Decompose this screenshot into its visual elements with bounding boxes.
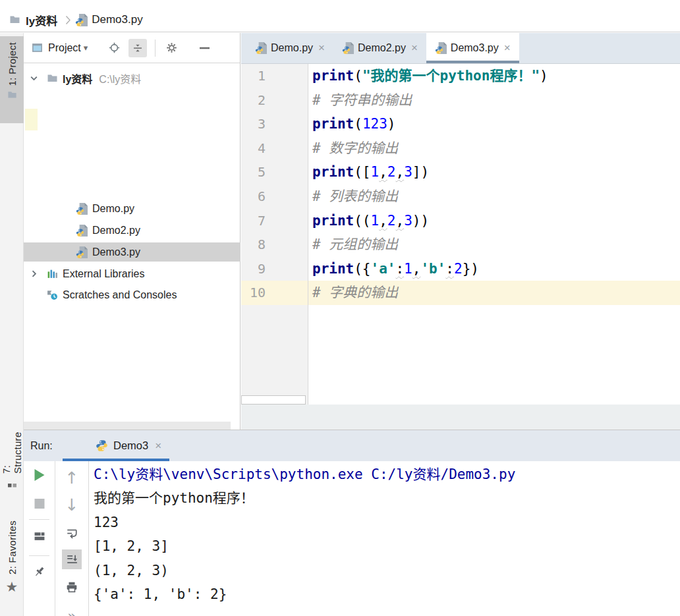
code-text[interactable]: print("我的第一个python程序！") [308,64,680,88]
code-text[interactable]: print((1,2,3)) [308,209,680,233]
structure-icon [7,478,17,488]
hide-panel-button[interactable] [195,39,213,57]
soft-wrap-button[interactable] [66,527,78,539]
breadcrumb: ly资料 Demo3.py [0,0,680,32]
external-libraries-row[interactable]: External Libraries [24,264,241,283]
breadcrumb-folder[interactable]: ly资料 [26,12,57,28]
more-options-button[interactable]: » [67,607,76,616]
scratches-row[interactable]: Scratches and Consoles [24,285,241,304]
code-line[interactable]: 9print({'a':1,'b':2}) [241,257,680,281]
code-text[interactable]: # 数字的输出 [308,136,680,161]
code-line[interactable]: 5print([1,2,3]) [241,160,680,184]
python-file-icon [76,203,88,215]
console-line[interactable]: {'a': 1, 'b': 2} [94,582,680,606]
editor-hscrollbar[interactable] [241,395,306,405]
chevron-right-icon[interactable] [30,269,38,278]
code-text[interactable]: print({'a':1,'b':2}) [308,257,680,281]
run-tab[interactable]: Demo3 × [63,430,169,461]
editor-empty-space[interactable] [241,305,680,405]
line-number[interactable]: 8 [241,233,308,257]
code-line[interactable]: 2# 字符串的输出 [241,88,680,113]
line-number[interactable]: 1 [241,64,308,88]
code-text[interactable]: # 元组的输出 [308,233,680,257]
run-tab-label: Demo3 [113,439,148,452]
console-line[interactable]: 我的第一个python程序！ [94,486,680,510]
tree-file-row[interactable]: Demo.py [24,199,241,218]
code-text[interactable]: print(123) [308,112,680,136]
python-file-icon [342,42,354,54]
rerun-button[interactable] [34,469,44,481]
restore-layout-button[interactable] [34,530,45,542]
python-file-icon [255,42,267,54]
editor-tab-active[interactable]: Demo3.py × [426,33,519,63]
tree-highlight-artifact [25,109,38,130]
code-text[interactable]: print([1,2,3]) [308,160,680,184]
line-number[interactable]: 3 [241,112,308,136]
line-number[interactable]: 9 [241,257,308,281]
chevron-down-icon[interactable]: ▾ [84,43,88,53]
collapse-all-button[interactable] [128,39,147,57]
locate-button[interactable] [105,39,123,57]
run-panel: Run: Demo3 × ↑ ↓ » C:\ly资料\venv\Scripts\… [24,430,680,616]
close-icon[interactable]: × [155,439,161,453]
console-line[interactable]: (1, 2, 3) [94,559,680,582]
chevron-down-icon[interactable] [30,74,38,82]
code-line[interactable]: 6# 列表的输出 [241,184,680,209]
down-stack-trace-button[interactable]: ↓ [65,497,79,513]
console-line[interactable]: C:\ly资料\venv\Scripts\python.exe C:/ly资料/… [94,462,680,486]
console-line[interactable]: [1, 2, 3] [94,534,680,558]
project-toolwindow-icon [32,42,43,53]
project-toolbar: Project ▾ [24,33,240,63]
breadcrumb-file[interactable]: Demo3.py [92,13,142,26]
stripe-button-project[interactable]: 1: Project [0,36,24,123]
code-line[interactable]: 8# 元组的输出 [241,233,680,257]
stripe-button-structure[interactable]: 7: Structure [0,426,24,488]
line-number[interactable]: 2 [241,88,308,113]
pin-button[interactable] [33,565,45,578]
tree-file-label: Demo2.py [92,225,140,237]
play-icon [34,469,44,481]
stop-button[interactable] [34,499,44,509]
stripe-structure-label: 7: Structure [1,426,23,474]
scroll-to-end-button[interactable] [62,549,82,569]
settings-gear-button[interactable] [162,39,181,57]
python-file-icon [75,14,88,26]
tree-root-row[interactable]: ly资料 C:\ly资料 [24,69,241,88]
editor-lines[interactable]: 1print("我的第一个python程序！")2# 字符串的输出3print(… [241,64,680,405]
line-number[interactable]: 7 [241,209,308,233]
tree-file-row-selected[interactable]: Demo3.py [24,242,241,262]
code-text[interactable]: # 字典的输出 [308,281,680,305]
editor-tab[interactable]: Demo2.py × [333,33,426,63]
close-icon[interactable]: × [318,42,325,55]
up-stack-trace-button[interactable]: ↑ [65,470,79,486]
line-number[interactable]: 4 [241,136,308,161]
code-line[interactable]: 3print(123) [241,112,680,136]
python-file-icon [76,246,88,258]
stripe-button-favorites[interactable]: 2: Favorites ★ [0,520,24,616]
close-icon[interactable]: × [504,42,511,55]
line-number[interactable]: 10 [241,281,308,305]
line-number[interactable]: 5 [241,160,308,184]
project-hscrollbar[interactable] [24,422,231,430]
close-icon[interactable]: × [411,42,418,55]
code-line[interactable]: 1print("我的第一个python程序！") [241,64,680,88]
folder-icon [47,73,58,84]
run-label: Run: [30,440,53,452]
line-number[interactable]: 6 [241,184,308,209]
code-text[interactable]: # 字符串的输出 [308,88,680,113]
tree-file-row[interactable]: Demo2.py [24,221,241,240]
project-toolbar-title[interactable]: Project [48,42,81,54]
code-line[interactable]: 4# 数字的输出 [241,136,680,161]
pycharm-window: ly资料 Demo3.py 1: Project 7: Structure 2:… [0,0,680,616]
editor-tab[interactable]: Demo.py × [246,33,333,63]
code-text[interactable]: # 列表的输出 [308,184,680,209]
editor-tab-bar: Demo.py × Demo2.py × Demo3.py × [241,33,680,64]
print-button[interactable] [66,581,78,593]
console-output[interactable]: C:\ly资料\venv\Scripts\python.exe C:/ly资料/… [90,461,680,616]
editor-bottom-strip [241,405,680,430]
console-line[interactable]: 123 [94,511,680,534]
chevron-right-icon [65,15,71,25]
code-line[interactable]: 7print((1,2,3)) [241,209,680,233]
code-line[interactable]: 10# 字典的输出 [241,281,680,305]
folder-icon [9,14,20,25]
